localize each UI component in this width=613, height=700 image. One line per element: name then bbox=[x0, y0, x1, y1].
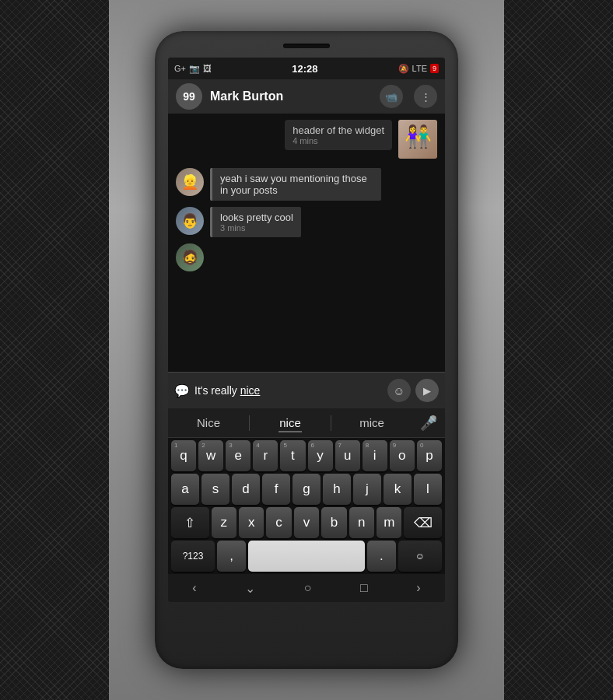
status-right: 🔕 LTE 9 bbox=[398, 64, 439, 74]
receiver-avatar-2: 👨 bbox=[176, 207, 204, 235]
key-y[interactable]: 6y bbox=[308, 440, 333, 471]
key-comma[interactable]: , bbox=[217, 541, 246, 572]
autocomplete-word-3[interactable]: mice bbox=[331, 416, 412, 429]
key-q[interactable]: 1q bbox=[171, 440, 196, 471]
chat-header: 99 Mark Burton 📹 ⋮ bbox=[168, 79, 445, 114]
key-c[interactable]: c bbox=[266, 507, 291, 538]
key-i[interactable]: 8i bbox=[363, 440, 387, 471]
key-m[interactable]: m bbox=[377, 507, 401, 538]
forward-button[interactable]: › bbox=[416, 581, 420, 595]
down-button[interactable]: ⌄ bbox=[245, 581, 255, 596]
camera-icon: 📷 bbox=[189, 64, 200, 74]
more-options-button[interactable]: ⋮ bbox=[414, 85, 437, 108]
message-sent-1: header of the widget 4 mins bbox=[168, 114, 445, 165]
delete-key[interactable]: ⌫ bbox=[404, 507, 442, 538]
received-message-time-2: 3 mins bbox=[220, 223, 293, 233]
status-time: 12:28 bbox=[292, 63, 317, 75]
receiver-avatar-1: 👱 bbox=[176, 168, 204, 196]
key-g[interactable]: g bbox=[292, 474, 321, 505]
autocomplete-word-2[interactable]: nice bbox=[250, 416, 331, 429]
keyboard: 1q 2w 3e 4r 5t 6y 7u 8i 9o 0p a s d f g … bbox=[168, 438, 445, 574]
receiver-avatar-3: 🧔 bbox=[176, 243, 204, 271]
keyboard-row-2: a s d f g h j k l bbox=[171, 474, 442, 505]
key-w[interactable]: 2w bbox=[198, 440, 223, 471]
space-key[interactable] bbox=[248, 541, 364, 572]
key-a[interactable]: a bbox=[171, 474, 199, 505]
background-left bbox=[0, 0, 109, 700]
video-call-button[interactable]: 📹 bbox=[380, 85, 403, 108]
autocomplete-word-1[interactable]: Nice bbox=[168, 416, 249, 429]
key-k[interactable]: k bbox=[384, 474, 412, 505]
key-p[interactable]: 0p bbox=[417, 440, 442, 471]
key-s[interactable]: s bbox=[201, 474, 229, 505]
key-period[interactable]: . bbox=[367, 541, 396, 572]
received-message-bubble-2: looks pretty cool 3 mins bbox=[210, 207, 301, 237]
key-n[interactable]: n bbox=[349, 507, 374, 538]
mute-icon: 🔕 bbox=[398, 64, 409, 74]
recents-button[interactable]: □ bbox=[360, 581, 368, 595]
autocomplete-bar: Nice nice mice 🎤 bbox=[168, 408, 445, 438]
key-h[interactable]: h bbox=[323, 474, 351, 505]
received-message-text-1: yeah i saw you mentioning those in your … bbox=[220, 173, 373, 196]
sent-message-text: header of the widget bbox=[292, 124, 384, 136]
received-message-text-2: looks pretty cool bbox=[220, 212, 293, 223]
emoji-button[interactable]: ☺ bbox=[387, 379, 411, 402]
google-plus-icon: G+ bbox=[174, 64, 186, 73]
back-button[interactable]: ‹ bbox=[192, 581, 196, 595]
symbol-key[interactable]: ?123 bbox=[171, 541, 215, 572]
key-d[interactable]: d bbox=[232, 474, 260, 505]
key-f[interactable]: f bbox=[262, 474, 290, 505]
sent-message-bubble: header of the widget 4 mins bbox=[285, 120, 392, 150]
contact-name: Mark Burton bbox=[210, 89, 369, 103]
avatar-initials: 99 bbox=[183, 90, 195, 103]
compose-input[interactable]: It's really nice bbox=[194, 384, 383, 397]
key-t[interactable]: 5t bbox=[280, 440, 305, 471]
key-v[interactable]: v bbox=[294, 507, 319, 538]
key-b[interactable]: b bbox=[321, 507, 346, 538]
status-bar: G+ 📷 🖼 12:28 🔕 LTE 9 bbox=[168, 58, 445, 79]
compose-area: 💬 It's really nice ☺ ▶ bbox=[168, 372, 445, 408]
phone-screen: G+ 📷 🖼 12:28 🔕 LTE 9 99 Mark Burton 📹 ⋮ bbox=[168, 58, 445, 602]
shift-key[interactable]: ⇧ bbox=[171, 507, 209, 538]
compose-mic-icon: 💬 bbox=[174, 383, 190, 398]
chat-messages: header of the widget 4 mins 👱 yeah i saw… bbox=[168, 114, 445, 372]
home-button[interactable]: ○ bbox=[304, 581, 312, 595]
battery-badge: 9 bbox=[430, 64, 439, 73]
keyboard-row-1: 1q 2w 3e 4r 5t 6y 7u 8i 9o 0p bbox=[171, 440, 442, 471]
key-o[interactable]: 9o bbox=[390, 440, 415, 471]
key-j[interactable]: j bbox=[353, 474, 381, 505]
sent-message-time: 4 mins bbox=[292, 136, 384, 145]
send-button[interactable]: ▶ bbox=[415, 379, 439, 402]
key-e[interactable]: 3e bbox=[226, 440, 250, 471]
keyboard-row-4: ?123 , . ☺ bbox=[171, 541, 442, 572]
message-received-3: 🧔 bbox=[168, 240, 445, 275]
key-u[interactable]: 7u bbox=[335, 440, 360, 471]
key-l[interactable]: l bbox=[414, 474, 442, 505]
message-received-1: 👱 yeah i saw you mentioning those in you… bbox=[168, 165, 445, 204]
emoji-key[interactable]: ☺ bbox=[398, 541, 442, 572]
mic-button[interactable]: 🎤 bbox=[412, 415, 445, 432]
gallery-icon: 🖼 bbox=[203, 64, 212, 73]
key-x[interactable]: x bbox=[239, 507, 264, 538]
message-received-2: 👨 looks pretty cool 3 mins bbox=[168, 204, 445, 240]
key-r[interactable]: 4r bbox=[253, 440, 278, 471]
status-icons-left: G+ 📷 🖼 bbox=[174, 64, 212, 74]
contact-avatar: 99 bbox=[176, 83, 202, 110]
received-message-bubble-1: yeah i saw you mentioning those in your … bbox=[210, 168, 381, 201]
sent-message-photo bbox=[398, 120, 437, 159]
key-z[interactable]: z bbox=[212, 507, 236, 538]
phone-shell: G+ 📷 🖼 12:28 🔕 LTE 9 99 Mark Burton 📹 ⋮ bbox=[155, 31, 458, 669]
lte-icon: LTE bbox=[412, 64, 427, 73]
phone-speaker bbox=[283, 44, 330, 48]
background-right bbox=[504, 0, 613, 700]
bottom-nav: ‹ ⌄ ○ □ › bbox=[168, 574, 445, 602]
keyboard-row-3: ⇧ z x c v b n m ⌫ bbox=[171, 507, 442, 538]
